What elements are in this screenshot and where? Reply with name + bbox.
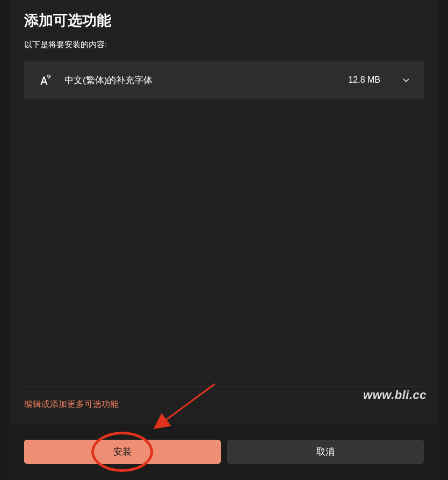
optional-features-dialog: 添加可选功能 以下是将要安装的内容: 字 中文(繁体)的补充字体 12.8 MB	[11, 0, 437, 480]
cancel-button[interactable]: 取消	[227, 440, 424, 464]
divider	[24, 387, 424, 387]
feature-name: 中文(繁体)的补充字体	[64, 74, 336, 86]
feature-item[interactable]: 字 中文(繁体)的补充字体 12.8 MB	[24, 61, 424, 99]
chevron-down-icon[interactable]	[402, 76, 410, 84]
dialog-title: 添加可选功能	[24, 11, 424, 30]
dialog-subtitle: 以下是将要安装的内容:	[24, 40, 424, 50]
feature-list: 字 中文(繁体)的补充字体 12.8 MB	[24, 61, 424, 387]
install-button[interactable]: 安装	[24, 440, 221, 464]
svg-text:字: 字	[47, 75, 51, 79]
dialog-content: 添加可选功能 以下是将要安装的内容: 字 中文(繁体)的补充字体 12.8 MB	[11, 0, 437, 424]
font-icon: 字	[38, 72, 53, 88]
button-bar: 安装 取消	[11, 424, 437, 480]
feature-size: 12.8 MB	[348, 75, 380, 85]
watermark-text: www.bli.cc	[363, 388, 427, 402]
